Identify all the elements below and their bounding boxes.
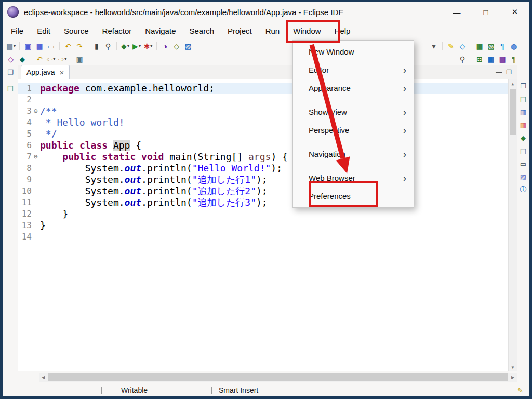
menu-navigate[interactable]: Navigate (138, 24, 182, 38)
scroll-right-icon[interactable]: ▶ (509, 373, 517, 382)
detail-view-icon[interactable]: ▦ (486, 54, 496, 64)
eclipse-window: eclipse-workspace - helloworld/src/main/… (0, 0, 532, 399)
code-text: System.out.println("追加した行3"); (40, 197, 508, 208)
menu-item-perspective[interactable]: Perspective› (293, 121, 414, 139)
close-button[interactable]: ✕ (500, 2, 529, 22)
package-explorer-shortcut-icon[interactable]: ▤ (518, 94, 528, 103)
outline-shortcut-icon[interactable]: ▤ (518, 146, 528, 155)
code-line[interactable]: 1package com.example.helloworld; (18, 83, 508, 94)
quick-search-icon[interactable]: ⚲ (457, 54, 468, 64)
pin-editor-icon[interactable]: ▣ (74, 54, 85, 64)
debug-view-shortcut-icon[interactable]: ◆ (518, 133, 528, 142)
type-hierarchy-shortcut-icon[interactable]: ▥ (518, 107, 528, 116)
fold-marker-icon[interactable]: ⊖ (32, 105, 40, 117)
code-line[interactable]: 13} (18, 220, 508, 231)
junit-shortcut-icon[interactable]: ▦ (518, 120, 528, 129)
minimize-editor-icon[interactable]: — (496, 69, 502, 76)
code-line[interactable]: 9 System.out.println("追加した行1"); (18, 174, 508, 185)
back-icon[interactable]: ⇦▾ (46, 54, 56, 64)
info-icon[interactable]: ⓘ (518, 185, 528, 194)
menu-item-appearance[interactable]: Appearance› (293, 79, 414, 97)
menu-item-navigation[interactable]: Navigation› (293, 145, 414, 163)
pilcrow-icon[interactable]: ¶ (509, 54, 519, 64)
menu-search[interactable]: Search (182, 24, 221, 38)
horizontal-scrollbar-thumb[interactable] (48, 373, 508, 381)
code-token: out (125, 163, 142, 174)
show-whitespace-icon[interactable]: ¶ (497, 41, 508, 51)
print-icon[interactable]: ▭ (46, 41, 56, 51)
open-console-icon[interactable]: ▮ (91, 41, 102, 51)
scroll-down-icon[interactable]: ▼ (509, 363, 517, 371)
open-type-icon[interactable]: ◇ (6, 54, 16, 64)
fold-marker-icon[interactable]: ⊖ (32, 151, 40, 163)
new-wizard-icon[interactable]: ▤▾ (6, 41, 16, 51)
menu-help[interactable]: Help (328, 24, 357, 38)
toolbar-overflow-icon[interactable]: ▾ (429, 41, 439, 51)
menu-edit[interactable]: Edit (30, 24, 57, 38)
menu-item-editor[interactable]: Editor› (293, 61, 414, 79)
save-icon[interactable]: ▣ (23, 41, 33, 51)
restore-views-icon[interactable]: ❐ (6, 68, 15, 77)
line-number: 8 (18, 163, 32, 174)
last-edit-location-icon[interactable]: ↶ (34, 54, 45, 64)
new-java-project-icon[interactable]: ▦ (474, 41, 485, 51)
menu-source[interactable]: Source (57, 24, 96, 38)
code-line[interactable]: 11 System.out.println("追加した行3"); (18, 197, 508, 208)
menu-item-show-view[interactable]: Show View› (293, 103, 414, 121)
vertical-scrollbar-thumb[interactable] (510, 89, 516, 135)
menu-item-preferences[interactable]: Preferences (293, 187, 414, 205)
code-line[interactable]: 3⊖/** (18, 105, 508, 117)
scroll-up-icon[interactable]: ▲ (509, 79, 517, 88)
code-line[interactable]: 6public class App { (18, 140, 508, 151)
console-shortcut-icon[interactable]: ▭ (518, 159, 528, 168)
run-icon[interactable]: ▶▾ (131, 41, 142, 51)
code-line[interactable]: 10 System.out.println("追加した行2"); (18, 185, 508, 197)
coverage-icon[interactable]: ◑ (160, 41, 170, 51)
new-package-icon[interactable]: ▧ (486, 41, 496, 51)
menu-run[interactable]: Run (259, 24, 287, 38)
horizontal-scrollbar[interactable]: ◀ ▶ (39, 373, 517, 382)
mark-occurrences-icon[interactable]: ◇ (457, 41, 468, 51)
submenu-chevron-icon: › (403, 174, 406, 183)
outline-toggle-icon[interactable]: ▤ (497, 54, 508, 64)
menu-item-new-window[interactable]: New Window (293, 43, 414, 61)
maximize-button[interactable]: □ (471, 2, 500, 22)
open-browser-icon[interactable]: ◍ (509, 41, 519, 51)
forward-icon[interactable]: ⇨▾ (57, 54, 68, 64)
problems-shortcut-icon[interactable]: ▨ (518, 172, 528, 181)
highlight-icon[interactable]: ✎ (446, 41, 456, 51)
new-java-class-icon[interactable]: ◇ (171, 41, 182, 51)
vertical-scrollbar[interactable]: ▲ ▼ (508, 79, 517, 371)
package-explorer-icon[interactable]: ▤ (6, 83, 15, 92)
external-tools-icon[interactable]: ✱▾ (143, 41, 153, 51)
menu-project[interactable]: Project (221, 24, 259, 38)
open-task-icon[interactable]: ▨ (183, 41, 193, 51)
code-editor[interactable]: 1package com.example.helloworld;23⊖/**4 … (18, 79, 517, 371)
save-all-icon[interactable]: ▦ (34, 41, 45, 51)
menu-file[interactable]: File (4, 24, 30, 38)
code-line[interactable]: 14 (18, 231, 508, 243)
type-hierarchy-icon[interactable]: ◆ (17, 54, 28, 64)
menu-refactor[interactable]: Refactor (96, 24, 139, 38)
menu-window[interactable]: Window (286, 24, 327, 38)
code-line[interactable]: 7⊖ public static void main(String[] args… (18, 151, 508, 163)
search-dialog-icon[interactable]: ⚲ (103, 41, 113, 51)
restore-view-icon[interactable]: ❐ (518, 81, 528, 90)
redo-icon[interactable]: ↷ (74, 41, 85, 51)
tab-app-java[interactable]: App.java × (21, 65, 70, 79)
tab-close-icon[interactable]: × (59, 69, 64, 76)
code-line[interactable]: 8 System.out.println("Hello World!"); (18, 163, 508, 174)
code-line[interactable]: 12 } (18, 208, 508, 220)
menu-item-web-browser[interactable]: Web Browser› (293, 169, 414, 187)
code-text: public class App { (40, 140, 508, 151)
undo-icon[interactable]: ↶ (63, 41, 73, 51)
scroll-left-icon[interactable]: ◀ (39, 373, 47, 382)
notifications-icon[interactable]: ✎ (517, 387, 523, 394)
code-line[interactable]: 2 (18, 94, 508, 105)
debug-icon[interactable]: ◆▾ (120, 41, 130, 51)
new-view-icon[interactable]: ⊞ (474, 54, 485, 64)
code-line[interactable]: 4 * Hello world! (18, 117, 508, 128)
minimize-button[interactable]: — (442, 2, 471, 22)
code-line[interactable]: 5 */ (18, 128, 508, 140)
maximize-editor-icon[interactable]: ❐ (506, 69, 512, 76)
